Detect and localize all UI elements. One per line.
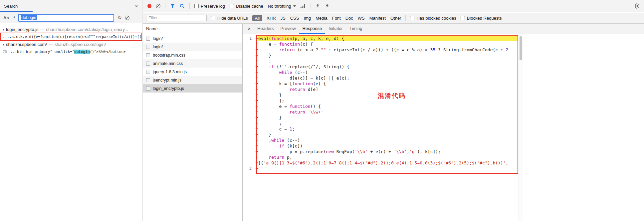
tab-timing[interactable]: Timing — [346, 24, 366, 34]
code-text — [258, 166, 518, 171]
network-conditions-icon[interactable] — [301, 4, 306, 8]
blocked-requests-checkbox[interactable] — [461, 16, 465, 20]
throttling-value: No throttling — [268, 4, 291, 9]
filter-type-doc[interactable]: Doc — [345, 16, 353, 21]
tab-initiator[interactable]: Initiator — [325, 24, 346, 34]
refresh-icon[interactable]: ↻ — [117, 15, 122, 21]
request-row[interactable]: login/ — [143, 43, 242, 51]
has-blocked-cookies-checkbox[interactable] — [410, 16, 414, 20]
filter-type-xhr[interactable]: XHR — [267, 16, 276, 21]
request-row[interactable]: login/ — [143, 34, 242, 43]
search-tab[interactable]: Search — [4, 4, 18, 9]
request-name: jquery-1.8.3.min.js — [153, 70, 187, 74]
code-line: } — [243, 115, 518, 120]
filter-bar: Hide data URLs All XHRJSCSSImgMediaFontD… — [143, 13, 644, 24]
line-number — [243, 160, 258, 166]
search-result-group-header[interactable]: ▾login_encrypto.js—shanzhi.spbeen.com/st… — [0, 26, 142, 33]
preserve-log-checkbox[interactable] — [194, 4, 199, 8]
filter-type-img[interactable]: Img — [304, 16, 311, 21]
code-text: ; — [258, 58, 518, 64]
code-text: e = function(c) { — [258, 41, 518, 47]
request-row[interactable]: login_encrypto.js — [143, 84, 242, 93]
response-scrollbar[interactable] — [519, 34, 523, 221]
filter-type-ws[interactable]: WS — [358, 16, 365, 21]
code-text: } — [258, 115, 518, 120]
code-text: k = [function(e) { — [258, 81, 518, 87]
tab-headers[interactable]: Headers — [254, 24, 277, 34]
search-icon[interactable] — [180, 4, 185, 9]
search-match-line[interactable]: 70...btn btn-primary" onclick="doLogin()… — [0, 48, 142, 56]
blocked-requests-label[interactable]: Blocked Requests — [467, 16, 502, 21]
request-row[interactable]: jsencrypt.min.js — [143, 76, 242, 84]
close-search-icon[interactable]: × — [135, 3, 138, 9]
line-number — [243, 98, 258, 104]
code-text: } — [258, 53, 518, 58]
search-result-group-header[interactable]: ▾shanzhi.spbeen.com/—shanzhi.spbeen.com/… — [0, 41, 142, 48]
file-icon — [146, 70, 150, 74]
line-number — [243, 70, 258, 75]
code-line: return (c < a ? "" : e(parseInt(c / a)))… — [243, 47, 518, 53]
request-name: login/ — [153, 36, 163, 41]
code-text: return (c < a ? "" : e(parseInt(c / a)))… — [258, 47, 518, 53]
code-text: return '\\w+' — [258, 109, 518, 115]
name-column-header[interactable]: Name — [143, 24, 242, 34]
has-blocked-cookies-label[interactable]: Has blocked cookies — [416, 16, 456, 21]
request-list: Name login/login/bootstrap.min.cssanimat… — [143, 24, 243, 221]
filter-icon[interactable] — [170, 4, 175, 8]
record-button[interactable] — [147, 4, 151, 8]
clear-search-icon[interactable] — [125, 16, 129, 20]
search-match-line[interactable]: ...,a,c,k,e,d){e=function(c){return(c<a?… — [0, 33, 142, 41]
settings-gear-icon[interactable] — [634, 3, 639, 9]
filter-type-js[interactable]: JS — [281, 16, 286, 21]
code-line: ; — [243, 58, 518, 64]
filter-type-css[interactable]: CSS — [290, 16, 299, 21]
preserve-log-label[interactable]: Preserve log — [201, 4, 225, 9]
disable-cache-label[interactable]: Disable cache — [236, 4, 263, 9]
request-row[interactable]: jquery-1.8.3.min.js — [143, 68, 242, 76]
match-case-button[interactable]: Aa — [3, 15, 9, 20]
result-file-name: login_encrypto.js — [6, 27, 39, 32]
code-line: return p; — [243, 154, 518, 160]
filter-type-font[interactable]: Font — [332, 16, 341, 21]
import-har-icon[interactable] — [316, 4, 320, 9]
clear-network-log-icon[interactable] — [156, 4, 160, 8]
request-name: bootstrap.min.css — [153, 53, 185, 58]
request-rows: login/login/bootstrap.min.cssanimate.min… — [143, 34, 242, 93]
tab-response[interactable]: Response — [299, 24, 325, 34]
regex-button[interactable]: .* — [12, 15, 15, 20]
export-har-icon[interactable] — [325, 4, 329, 9]
code-line: 2 — [243, 166, 518, 171]
code-line: } — [243, 132, 518, 137]
close-details-icon[interactable]: × — [244, 26, 254, 32]
tab-preview[interactable]: Preview — [277, 24, 299, 34]
request-row[interactable]: bootstrap.min.css — [143, 51, 242, 59]
filter-input[interactable] — [146, 15, 207, 21]
line-number — [243, 109, 258, 115]
code-text: eval(function(p, a, c, k, e, d) { — [258, 36, 518, 41]
line-number — [243, 132, 258, 137]
toolbar-separator — [311, 3, 311, 9]
match-line-number: 70 — [3, 50, 7, 54]
throttling-select[interactable]: No throttling — [268, 4, 296, 9]
match-suffix: ()">登录</button> — [90, 49, 126, 54]
line-number — [243, 81, 258, 87]
filter-type-media[interactable]: Media — [316, 16, 327, 21]
filter-type-manifest[interactable]: Manifest — [369, 16, 386, 21]
code-line: if (!''.replace(/^/, String)) { — [243, 64, 518, 70]
disable-cache-checkbox[interactable] — [230, 4, 234, 8]
filter-type-other[interactable]: Other — [390, 16, 401, 21]
scrollbar-thumb[interactable] — [520, 36, 522, 60]
code-text: c = 1; — [258, 126, 518, 132]
hide-data-urls-label[interactable]: Hide data URLs — [217, 16, 248, 21]
line-number — [243, 64, 258, 70]
search-tab-underline — [0, 11, 33, 12]
filter-type-all[interactable]: All — [252, 15, 262, 21]
code-line: }('a 9(){1 3=$("#6").2();1 0=7 8();1 4=$… — [243, 160, 518, 166]
request-row[interactable]: animate.min.css — [143, 59, 242, 68]
code-line: while (c--) — [243, 70, 518, 75]
line-number — [243, 53, 258, 58]
line-number: 1 — [243, 36, 258, 41]
hide-data-urls-checkbox[interactable] — [211, 16, 215, 20]
search-input[interactable]: doLogin — [18, 14, 114, 22]
request-name: login_encrypto.js — [153, 86, 184, 91]
